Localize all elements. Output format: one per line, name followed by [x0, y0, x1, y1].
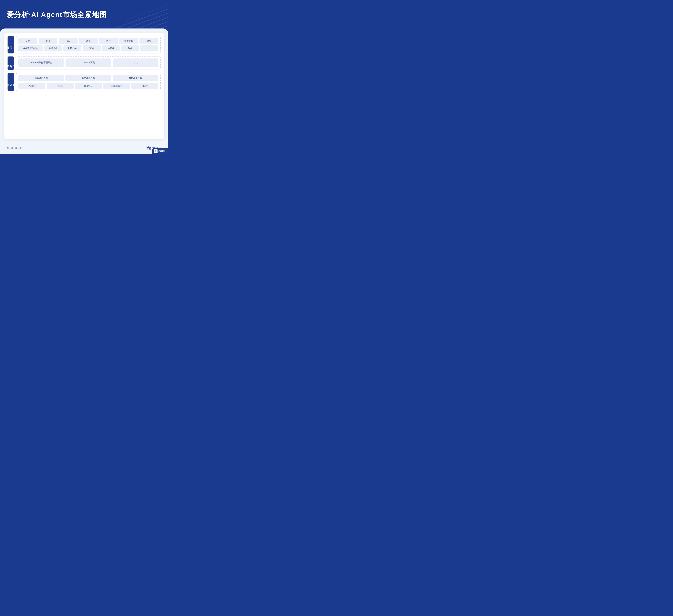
footer-note: 图：爱分析绘制: [7, 147, 22, 150]
infra-smartdc: 智算中心: [75, 82, 102, 89]
infra-model: 模型基础设施: [18, 75, 64, 81]
content-card: 应用层 金融 能源 汽车 教育 医疗 消费零售 政务 业务流程自动化 数据分析 …: [4, 33, 164, 139]
infra-knowledge: 知识库: [132, 82, 158, 89]
infra-compute: 算力基础设施: [65, 75, 111, 81]
tag-supply: 供应链: [102, 45, 120, 51]
tag-finance: 金融: [18, 38, 37, 44]
page-title: 爱分析·AI Agent市场全景地图: [7, 10, 162, 19]
infra-llm: 大模型: [18, 82, 45, 89]
platform-block-more: ……: [113, 58, 158, 67]
geelong-badge: G 格隆汇: [152, 148, 168, 154]
tag-retail: 消费零售: [119, 38, 138, 44]
tag-energy: 能源: [38, 38, 57, 44]
tag-gov: 政务: [140, 38, 158, 44]
foundation-layer-content: 模型基础设施 算力基础设施 数据基础设施 大模型 AI芯片 智算中心 向量数据库…: [16, 73, 161, 91]
foundation-layer-label: 基础层: [8, 73, 14, 91]
application-layer-row: 应用层 金融 能源 汽车 教育 医疗 消费零售 政务 业务流程自动化 数据分析 …: [8, 36, 161, 53]
tag-data: 数据分析: [44, 45, 62, 51]
infra-top-row: 模型基础设施 算力基础设施 数据基础设施: [18, 75, 158, 81]
app-row2: 业务流程自动化 数据分析 协同办公 营销 供应链 财务 ……: [18, 45, 158, 51]
infra-vectordb: 向量数据库: [103, 82, 130, 89]
infra-data: 数据基础设施: [113, 75, 158, 81]
title-section: 爱分析·AI Agent市场全景地图: [7, 10, 162, 19]
infra-chip: AI芯片: [47, 82, 73, 89]
logo-text-i: i: [145, 145, 147, 151]
platform-layer-label: 平台层: [8, 56, 14, 70]
app-row1: 金融 能源 汽车 教育 医疗 消费零售 政务: [18, 38, 158, 44]
geelong-text: 格隆汇: [159, 150, 166, 153]
platform-layer-row: 平台层 AI Agent开发管理平台 LLMOps工具 ……: [8, 56, 161, 70]
application-layer-content: 金融 能源 汽车 教育 医疗 消费零售 政务 业务流程自动化 数据分析 协同办公…: [16, 36, 161, 53]
tag-edu: 教育: [79, 38, 98, 44]
tag-auto: 汽车: [59, 38, 77, 44]
foundation-layer-row: 基础层 模型基础设施 算力基础设施 数据基础设施 大模型 AI芯片 智算中心 向…: [8, 73, 161, 91]
platform-block-agent: AI Agent开发管理平台: [18, 58, 64, 67]
infra-bottom-row: 大模型 AI芯片 智算中心 向量数据库 知识库: [18, 82, 158, 89]
platform-blocks: AI Agent开发管理平台 LLMOps工具 ……: [18, 58, 158, 67]
footer: 图：爱分析绘制 ifenxı ⌐: [7, 145, 162, 151]
tag-marketing: 营销: [82, 45, 100, 51]
geelong-icon: G: [154, 149, 158, 153]
platform-layer-content: AI Agent开发管理平台 LLMOps工具 ……: [16, 56, 161, 70]
platform-block-llmops: LLMOps工具: [65, 58, 111, 67]
tag-finance2: 财务: [121, 45, 139, 51]
tag-medical: 医疗: [99, 38, 118, 44]
tag-workflow: 业务流程自动化: [18, 45, 43, 51]
tag-more1: ……: [141, 45, 158, 51]
application-layer-label: 应用层: [8, 36, 14, 53]
tag-collab: 协同办公: [63, 45, 81, 51]
